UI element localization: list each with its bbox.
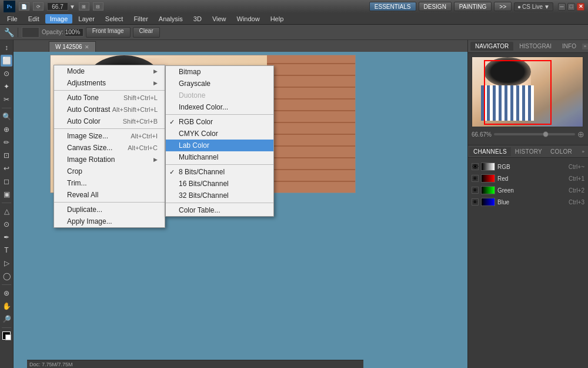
layout-icon[interactable]: ⊞ [79, 2, 89, 11]
tool-clone-stamp[interactable]: ⊡ [1, 150, 12, 161]
tool-gradient[interactable]: ▣ [1, 188, 12, 200]
nav-viewport-indicator[interactable] [484, 60, 552, 125]
tool-text[interactable]: T [1, 244, 12, 256]
bottom-panel-collapse-btn[interactable]: » [580, 149, 587, 154]
channel-green-row[interactable]: 👁 Green Ctrl+2 [472, 185, 584, 195]
design-btn[interactable]: DESIGN [419, 2, 452, 11]
tool-brush[interactable]: ✏ [1, 137, 12, 148]
menu-window[interactable]: Window [232, 14, 265, 24]
background-color[interactable] [5, 334, 11, 340]
menu-canvas-size[interactable]: Canvas Size... Alt+Ctrl+C [54, 142, 165, 154]
tool-zoom[interactable]: 🔎 [1, 313, 12, 325]
blend-mode-select[interactable] [22, 27, 39, 38]
painting-btn[interactable]: PAINTING [454, 2, 492, 11]
channels-tab[interactable]: CHANNELS [469, 147, 511, 156]
mode-lab-color[interactable]: Lab Color [166, 140, 273, 151]
tool-3d-rotate[interactable]: ⊛ [1, 287, 12, 299]
cs-live-btn[interactable]: ● CS Live ▼ [514, 2, 553, 11]
nav-zoom-in-icon[interactable]: ⊕ [577, 130, 584, 139]
menu-image[interactable]: Image [45, 14, 73, 24]
menu-help[interactable]: Help [266, 14, 289, 24]
tool-history-brush[interactable]: ↩ [1, 163, 12, 174]
tool-blur[interactable]: △ [1, 205, 12, 217]
menu-edit[interactable]: Edit [24, 14, 44, 24]
mode-bitmap[interactable]: Bitmap [166, 66, 273, 78]
foreground-color[interactable] [2, 331, 11, 340]
history-icon[interactable]: ⟳ [33, 2, 44, 11]
menu-select[interactable]: Select [101, 14, 128, 24]
tool-preset-icon[interactable]: 🔧 [4, 27, 14, 38]
menu-trim[interactable]: Trim... [54, 177, 165, 189]
menu-crop[interactable]: Crop [54, 165, 165, 177]
menu-apply-image[interactable]: Apply Image... [54, 216, 165, 227]
menu-image-rotation[interactable]: Image Rotation ▶ [54, 154, 165, 165]
menu-layer[interactable]: Layer [74, 14, 99, 24]
histogram-tab[interactable]: HISTOGRAI [514, 42, 556, 51]
menu-mode-item[interactable]: Mode ▶ Bitmap Grayscale Duotone [54, 65, 165, 77]
channel-rgb-row[interactable]: 👁 RGB Ctrl+~ [472, 161, 584, 172]
front-image-btn[interactable]: Front Image [86, 27, 131, 38]
tool-shape[interactable]: ◯ [1, 270, 12, 282]
panel-collapse-btn[interactable]: » [582, 44, 588, 49]
menu-image-size[interactable]: Image Size... Alt+Ctrl+I [54, 130, 165, 142]
channel-red-row[interactable]: 👁 Red Ctrl+1 [472, 173, 584, 184]
mode-16bit[interactable]: 16 Bits/Channel [166, 178, 273, 190]
tool-move[interactable]: ↕ [1, 42, 12, 54]
menu-analysis[interactable]: Analysis [154, 14, 188, 24]
mode-rgb-color[interactable]: ✓ RGB Color [166, 116, 273, 128]
tool-lasso[interactable]: ⊙ [1, 68, 12, 79]
tool-eraser[interactable]: ◻ [1, 175, 12, 187]
menu-filter[interactable]: Filter [129, 14, 152, 24]
navigator-tab[interactable]: NAVIGATOR [470, 42, 513, 51]
channel-blue-visibility-icon[interactable]: 👁 [472, 198, 479, 205]
menu-view[interactable]: View [208, 14, 231, 24]
opacity-input[interactable] [65, 28, 83, 37]
tool-eyedropper[interactable]: 🔍 [1, 111, 12, 122]
mode-multichannel[interactable]: Multichannel [166, 151, 273, 163]
nav-zoom-thumb[interactable] [543, 131, 549, 137]
tool-spot-heal[interactable]: ⊕ [1, 124, 12, 135]
mode-8bit[interactable]: ✓ 8 Bits/Channel [166, 166, 273, 178]
tool-pen[interactable]: ✒ [1, 231, 12, 243]
minimize-button[interactable]: ─ [558, 3, 566, 11]
mode-indexed-color[interactable]: Indexed Color... [166, 101, 273, 113]
doc-icon[interactable]: 📄 [19, 2, 29, 11]
document-tab[interactable]: W 142506 ✕ [49, 41, 96, 52]
more-workspaces-btn[interactable]: >> [494, 2, 512, 11]
bitmap-label: Bitmap [179, 68, 201, 76]
channel-rgb-label: RGB [497, 164, 510, 170]
channel-green-visibility-icon[interactable]: 👁 [472, 187, 479, 194]
mode-32bit[interactable]: 32 Bits/Channel [166, 190, 273, 201]
menu-auto-tone[interactable]: Auto Tone Shift+Ctrl+L [54, 92, 165, 104]
maximize-button[interactable]: □ [567, 3, 575, 11]
tool-path-select[interactable]: ▷ [1, 257, 12, 269]
doc-tab-close[interactable]: ✕ [85, 44, 89, 50]
tool-crop[interactable]: ✂ [1, 94, 12, 105]
menu-reveal-all[interactable]: Reveal All [54, 189, 165, 201]
tool-dodge[interactable]: ⊙ [1, 218, 12, 230]
menu-auto-color[interactable]: Auto Color Shift+Ctrl+B [54, 115, 165, 127]
info-tab[interactable]: INFO [557, 42, 581, 51]
tool-hand[interactable]: ✋ [1, 300, 12, 312]
close-button[interactable]: ✕ [577, 3, 584, 11]
menu-3d[interactable]: 3D [189, 14, 206, 24]
essentials-btn[interactable]: ESSENTIALS [369, 2, 416, 11]
zoom-input[interactable] [47, 2, 68, 11]
tool-magic-wand[interactable]: ✦ [1, 81, 12, 92]
channel-visibility-icon[interactable]: 👁 [472, 163, 479, 170]
history-tab[interactable]: HISTORY [511, 147, 546, 156]
clear-btn[interactable]: Clear [133, 27, 160, 38]
arrange-icon[interactable]: ⊟ [93, 2, 103, 11]
menu-adjustments-item[interactable]: Adjustments ▶ [54, 77, 165, 89]
mode-color-table[interactable]: Color Table... [166, 204, 273, 216]
tool-marquee[interactable]: ⬜ [1, 55, 12, 67]
channel-red-visibility-icon[interactable]: 👁 [472, 175, 479, 182]
color-tab[interactable]: COLOR [546, 147, 576, 156]
mode-cmyk-color[interactable]: CMYK Color [166, 128, 273, 140]
menu-file[interactable]: File [2, 14, 22, 24]
mode-grayscale[interactable]: Grayscale [166, 78, 273, 89]
menu-duplicate[interactable]: Duplicate... [54, 204, 165, 216]
channel-blue-row[interactable]: 👁 Blue Ctrl+3 [472, 197, 584, 207]
menu-auto-contrast[interactable]: Auto Contrast Alt+Shift+Ctrl+L [54, 104, 165, 115]
nav-zoom-slider[interactable] [494, 133, 575, 135]
